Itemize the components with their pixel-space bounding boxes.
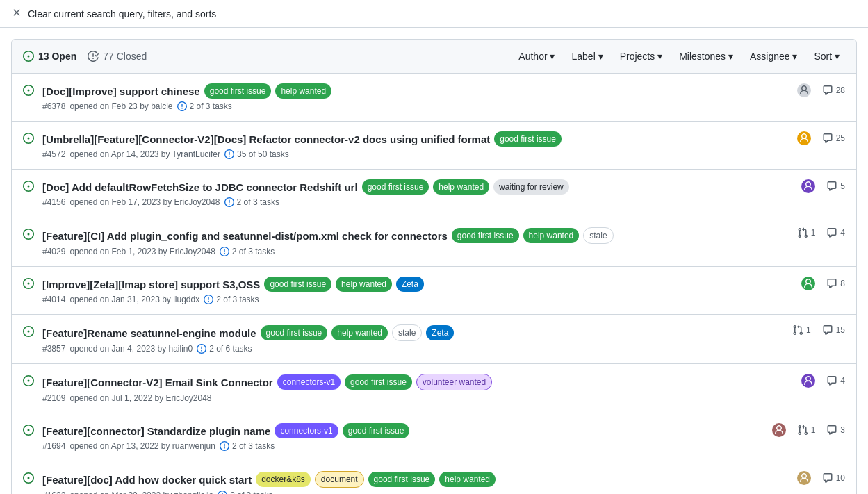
issue-title[interactable]: [Feature]Rename seatunnel-engine module [42, 327, 256, 339]
comment-count: 5 [826, 181, 845, 192]
issue-meta: #2109 opened on Jul 1, 2022 by EricJoy20… [42, 393, 790, 403]
issue-content: [Umbrella][Feature][Connector-V2][Docs] … [42, 131, 786, 159]
issue-meta: #1622 opened on Mar 30, 2022 by zhongjia… [42, 491, 786, 494]
issue-label[interactable]: docker&k8s [256, 472, 311, 487]
issue-title[interactable]: [Improve][Zeta][Imap store] support S3,O… [42, 279, 260, 290]
issue-label[interactable]: good first issue [368, 472, 436, 487]
issue-number: #4014 [42, 295, 65, 304]
issue-number: #6378 [42, 101, 65, 111]
pr-count: 1 [797, 425, 816, 436]
issue-item: [Feature][Connector-V2] Email Sink Conne… [12, 364, 856, 413]
assignee-filter[interactable]: Assignee ▾ [744, 48, 803, 65]
issue-content: [Doc] Add defaultRowFetchSize to JDBC co… [42, 179, 790, 207]
issue-label[interactable]: help wanted [331, 325, 388, 340]
task-progress: 2 of 3 tasks [220, 247, 275, 256]
issue-number: #2109 [42, 393, 65, 403]
issue-number: #4572 [42, 149, 65, 159]
issue-meta: #4572 opened on Apr 14, 2023 by TyrantLu… [42, 149, 786, 159]
issue-opened: opened on Feb 23 by baicie [69, 101, 172, 111]
issue-item: [Feature][doc] Add how docker quick star… [12, 461, 856, 494]
closed-issues-stat[interactable]: 77 Closed [88, 51, 147, 62]
issue-label[interactable]: good first issue [204, 83, 272, 99]
comment-count: 25 [822, 133, 845, 144]
issue-label[interactable]: good first issue [345, 374, 412, 390]
avatar [797, 131, 811, 145]
issue-meta: #4014 opened on Jan 31, 2023 by liugddx … [42, 295, 790, 304]
issue-title[interactable]: [Feature][doc] Add how docker quick star… [42, 474, 252, 486]
task-progress: 35 of 50 tasks [224, 149, 289, 159]
issue-title[interactable]: [Feature][connector] Standardize plugin … [42, 425, 270, 437]
issue-label[interactable]: help wanted [439, 472, 496, 487]
issue-number: #1622 [42, 491, 65, 494]
sort-filter[interactable]: Sort ▾ [808, 48, 845, 65]
issues-header-left: 13 Open 77 Closed [23, 51, 147, 62]
close-icon[interactable] [11, 7, 22, 20]
issue-content: [Feature][CI] Add plugin_config and seat… [42, 227, 786, 256]
issue-label[interactable]: Zeta [396, 277, 424, 292]
closed-count-text: 77 Closed [103, 51, 147, 62]
open-issues-stat[interactable]: 13 Open [23, 51, 76, 62]
issue-label[interactable]: good first issue [261, 325, 328, 340]
avatar [801, 277, 815, 290]
issue-right: 10 [797, 471, 845, 485]
issues-container: 13 Open 77 Closed Author ▾ Label ▾ Proje… [11, 39, 857, 494]
comment-count: 15 [822, 324, 845, 336]
issue-title[interactable]: [Umbrella][Feature][Connector-V2][Docs] … [42, 133, 490, 145]
issue-open-icon [23, 375, 34, 386]
issue-opened: opened on Jan 4, 2023 by hailin0 [69, 344, 193, 354]
issue-label[interactable]: waiting for review [493, 179, 569, 195]
issue-label[interactable]: help wanted [275, 83, 331, 99]
issue-open-icon [23, 133, 34, 144]
issue-title[interactable]: [Feature][Connector-V2] Email Sink Conne… [42, 377, 273, 388]
issue-label[interactable]: stale [583, 227, 613, 244]
issue-right: 8 [801, 277, 845, 290]
issue-open-icon [23, 85, 34, 96]
issue-number: #4156 [42, 197, 65, 207]
issue-label[interactable]: good first issue [362, 179, 429, 195]
issue-open-icon [23, 425, 34, 436]
issue-item: [Doc][Improve] support chinese good firs… [12, 74, 856, 122]
comment-count: 8 [826, 278, 845, 289]
label-filter[interactable]: Label ▾ [566, 48, 609, 65]
issue-number: #1694 [42, 441, 65, 451]
issue-right: 1 4 [797, 227, 845, 238]
clear-search-text: Clear current search query, filters, and… [28, 8, 216, 19]
author-filter[interactable]: Author ▾ [513, 48, 560, 65]
avatar [797, 83, 811, 97]
issue-title[interactable]: [Doc] Add defaultRowFetchSize to JDBC co… [42, 181, 358, 193]
clear-search-bar[interactable]: Clear current search query, filters, and… [0, 0, 868, 28]
issue-label[interactable]: document [315, 471, 364, 488]
issue-label[interactable]: volunteer wanted [416, 374, 492, 390]
issue-label[interactable]: help wanted [433, 179, 489, 195]
task-progress: 2 of 3 tasks [218, 491, 272, 494]
issue-label[interactable]: good first issue [494, 131, 562, 147]
issue-label[interactable]: connectors-v1 [275, 423, 338, 438]
issue-title[interactable]: [Doc][Improve] support chinese [42, 85, 200, 97]
issue-right: 5 [801, 179, 845, 193]
issue-item: [Improve][Zeta][Imap store] support S3,O… [12, 267, 856, 315]
issue-title-row: [Doc][Improve] support chinese good firs… [42, 83, 786, 99]
issue-title-row: [Feature]Rename seatunnel-engine module … [42, 324, 781, 341]
issue-label[interactable]: good first issue [452, 228, 519, 243]
issue-title-row: [Umbrella][Feature][Connector-V2][Docs] … [42, 131, 786, 147]
issue-label[interactable]: Zeta [426, 325, 454, 340]
issue-label[interactable]: stale [392, 324, 422, 341]
issue-meta: #4156 opened on Feb 17, 2023 by EricJoy2… [42, 197, 790, 207]
projects-filter[interactable]: Projects ▾ [614, 48, 668, 65]
comment-count: 3 [826, 425, 845, 436]
issue-meta: #1694 opened on Apr 13, 2022 by ruanwenj… [42, 441, 761, 451]
issue-label[interactable]: connectors-v1 [277, 374, 341, 390]
issue-label[interactable]: help wanted [523, 228, 580, 243]
issue-content: [Feature][doc] Add how docker quick star… [42, 471, 786, 494]
issue-label[interactable]: help wanted [336, 277, 392, 292]
issue-label[interactable]: good first issue [264, 277, 331, 292]
issue-open-icon [23, 229, 34, 240]
milestones-filter[interactable]: Milestones ▾ [673, 48, 739, 65]
issue-meta: #6378 opened on Feb 23 by baicie 2 of 3 … [42, 101, 786, 111]
issue-content: [Feature]Rename seatunnel-engine module … [42, 324, 781, 354]
issues-header: 13 Open 77 Closed Author ▾ Label ▾ Proje… [12, 40, 856, 74]
issue-label[interactable]: good first issue [343, 423, 410, 438]
issue-right: 4 [801, 374, 845, 388]
issue-content: [Feature][Connector-V2] Email Sink Conne… [42, 374, 790, 403]
issue-title[interactable]: [Feature][CI] Add plugin_config and seat… [42, 230, 448, 242]
